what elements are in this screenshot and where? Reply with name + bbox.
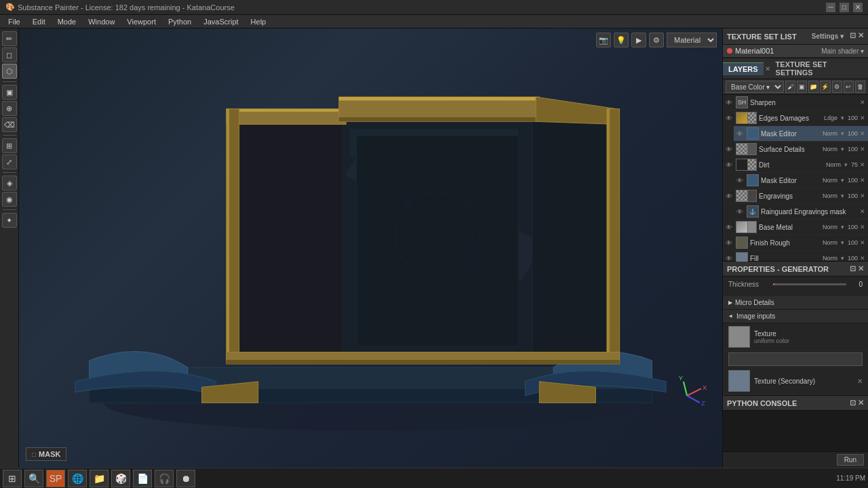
vp-settings-icon[interactable]: ⚙	[649, 33, 664, 47]
tool-material[interactable]: ◉	[2, 192, 17, 207]
tool-clone[interactable]: ⊕	[2, 101, 17, 116]
tool-transform[interactable]: ⤢	[2, 155, 17, 169]
titlebar-controls[interactable]: ─ □ ✕	[826, 3, 863, 12]
layer-add-effect[interactable]: ⚡	[820, 81, 830, 93]
tab-tss[interactable]: TEXTURE SET SETTINGS	[770, 58, 868, 79]
layer-base-metal[interactable]: 👁 Base Metal Norm ▾ 100 ✕	[723, 220, 868, 235]
texture-input-bar[interactable]	[728, 352, 863, 366]
layer-finish-rough-eye[interactable]: 👁	[726, 239, 734, 247]
layer-engravings-eye[interactable]: 👁	[726, 192, 734, 200]
tool-geometry-decal[interactable]: ◈	[2, 176, 17, 190]
svg-rect-6	[226, 109, 229, 362]
tsl-material-shader[interactable]: Main shader ▾	[821, 47, 864, 55]
layer-add-paint[interactable]: 🖌	[785, 81, 795, 93]
menu-edit[interactable]: Edit	[27, 16, 51, 27]
texture-secondary-close[interactable]: ✕	[857, 378, 863, 385]
layer-rainguard[interactable]: 👁 ⚓ Rainguard Engravings mask ✕	[734, 204, 868, 220]
tool-paint[interactable]: ✏	[2, 31, 17, 46]
minimize-button[interactable]: ─	[826, 3, 835, 12]
taskbar-explorer[interactable]: 📁	[90, 470, 108, 487]
taskbar-sp[interactable]: SP	[46, 470, 65, 487]
layer-mask-editor-1-eye[interactable]: 👁	[736, 130, 745, 138]
layer-surface-eye[interactable]: 👁	[726, 146, 734, 153]
tsl-expand-button[interactable]: ⊡	[850, 31, 856, 41]
layer-fill-close[interactable]: ✕	[860, 255, 865, 262]
viewport-material-select[interactable]: Material	[667, 33, 717, 47]
layer-fill-eye[interactable]: 👁	[726, 255, 734, 262]
menu-window[interactable]: Window	[83, 16, 120, 27]
image-inputs-section[interactable]: ▼ Image inputs	[723, 310, 868, 323]
layer-sharpen[interactable]: 👁 SH Sharpen ✕	[723, 95, 868, 110]
run-button[interactable]: Run	[837, 454, 864, 466]
layer-settings[interactable]: ⚙	[832, 81, 842, 93]
python-content[interactable]	[723, 411, 868, 451]
tool-project[interactable]: ⬡	[2, 64, 17, 79]
taskbar-3d[interactable]: 🎲	[111, 470, 130, 487]
menu-help[interactable]: Help	[245, 16, 272, 27]
tsl-material-item[interactable]: Material001 Main shader ▾	[723, 45, 868, 58]
vp-light-icon[interactable]: 💡	[614, 33, 629, 47]
menu-javascript[interactable]: JavaScript	[198, 16, 243, 27]
layer-engravings-close[interactable]: ✕	[860, 192, 865, 199]
close-button[interactable]: ✕	[853, 3, 863, 12]
layer-delete[interactable]: 🗑	[855, 81, 865, 93]
layer-mask-editor-1-close[interactable]: ✕	[860, 130, 865, 137]
layer-rainguard-eye[interactable]: 👁	[736, 208, 745, 216]
python-close[interactable]: ✕	[858, 399, 864, 407]
layer-edges-eye[interactable]: 👁	[726, 115, 734, 122]
viewport[interactable]: www.rrcg.cn 人人素材 人人素材 人人素材	[19, 28, 722, 468]
layer-finish-rough-close[interactable]: ✕	[860, 239, 865, 246]
layer-mask-editor-2-eye[interactable]: 👁	[736, 177, 745, 184]
layer-surface-details[interactable]: 👁 Surface Details Norm ▾ 100 ✕	[723, 142, 868, 157]
menu-viewport[interactable]: Viewport	[121, 16, 161, 27]
layer-fill-opacity: 100	[848, 255, 858, 262]
layer-add-fill[interactable]: ▣	[797, 81, 807, 93]
tsl-close-button[interactable]: ✕	[858, 31, 864, 41]
properties-close[interactable]: ✕	[858, 264, 864, 273]
layer-history[interactable]: ↩	[844, 81, 854, 93]
vp-camera-icon[interactable]: 📷	[596, 33, 611, 47]
tsl-settings-button[interactable]: Settings ▾	[808, 31, 848, 41]
layer-edges-damages[interactable]: 👁 Edges Damages Ldge ▾ 100 ✕	[723, 110, 868, 126]
tool-smudge[interactable]: ⌫	[2, 117, 17, 132]
layer-blend-select[interactable]: Base Color ▾	[726, 81, 784, 93]
layer-edges-close[interactable]: ✕	[860, 115, 865, 121]
menu-mode[interactable]: Mode	[52, 16, 82, 27]
taskbar-start[interactable]: ⊞	[3, 470, 22, 487]
layer-surface-close[interactable]: ✕	[860, 146, 865, 152]
tool-erase[interactable]: ◻	[2, 47, 17, 62]
taskbar-record[interactable]: ⏺	[176, 470, 195, 487]
python-expand[interactable]: ⊡	[850, 399, 856, 407]
maximize-button[interactable]: □	[840, 3, 849, 12]
tool-color-picker[interactable]: ✦	[2, 213, 17, 228]
micro-details-section[interactable]: ▶ Micro Details	[723, 296, 868, 310]
menu-file[interactable]: File	[3, 16, 26, 27]
taskbar-search[interactable]: 🔍	[24, 470, 43, 487]
vp-render-icon[interactable]: ▶	[631, 33, 646, 47]
tab-layers[interactable]: LAYERS	[723, 62, 764, 75]
taskbar-chrome[interactable]: 🌐	[68, 470, 87, 487]
properties-expand[interactable]: ⊡	[850, 264, 856, 273]
thickness-slider[interactable]	[773, 283, 846, 285]
layer-mask-editor-2[interactable]: 👁 Mask Editor Norm ▾ 100 ✕	[734, 173, 868, 188]
tab-layers-close[interactable]: ✕	[765, 65, 770, 73]
layer-base-metal-eye[interactable]: 👁	[726, 224, 734, 231]
layer-dirt-eye[interactable]: 👁	[726, 161, 734, 169]
layer-mask-editor-2-close[interactable]: ✕	[860, 177, 865, 184]
layer-base-metal-close[interactable]: ✕	[860, 224, 865, 230]
layer-mask-editor-1[interactable]: 👁 Mask Editor Norm ▾ 100 ✕	[734, 126, 868, 142]
layer-engravings[interactable]: 👁 Engravings Norm ▾ 100 ✕	[723, 188, 868, 204]
taskbar-office[interactable]: 📄	[133, 470, 152, 487]
layer-finish-rough[interactable]: 👁 Finish Rough Norm ▾ 100 ✕	[723, 235, 868, 251]
layer-rainguard-close[interactable]: ✕	[860, 208, 865, 215]
tool-select[interactable]: ⊞	[2, 138, 17, 153]
layer-dirt[interactable]: 👁 Dirt Norm ▾ 75 ✕	[723, 157, 868, 173]
layer-add-group[interactable]: 📁	[808, 81, 818, 93]
layer-rainguard-name: Rainguard Engravings mask	[761, 208, 858, 216]
taskbar-headphones[interactable]: 🎧	[155, 470, 174, 487]
tool-fill[interactable]: ▣	[2, 85, 17, 100]
layer-sharpen-eye[interactable]: 👁	[726, 99, 734, 106]
menu-python[interactable]: Python	[163, 16, 197, 27]
layer-sharpen-close[interactable]: ✕	[860, 99, 865, 106]
layer-dirt-close[interactable]: ✕	[860, 161, 865, 168]
